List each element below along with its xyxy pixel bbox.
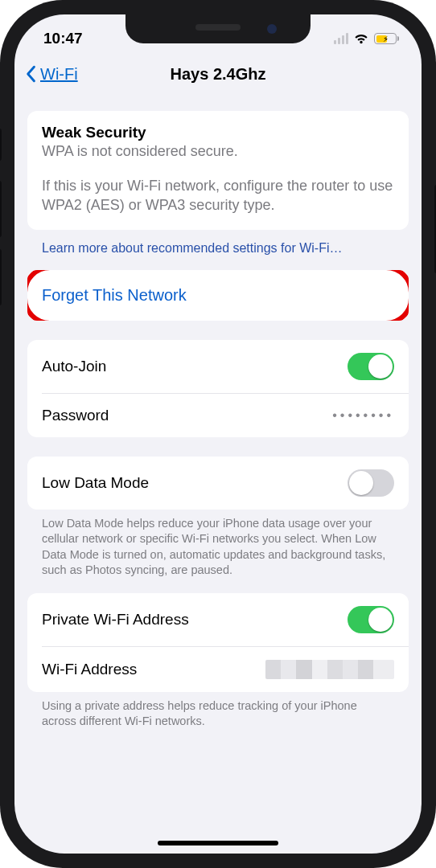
private-wifi-row: Private Wi-Fi Address [27,593,409,646]
status-icons: ⚡︎ [334,33,399,44]
cellular-signal-icon [334,33,348,44]
chevron-left-icon [24,65,37,83]
nav-bar: Wi-Fi Hays 2.4Ghz [14,55,422,93]
low-data-label: Low Data Mode [42,474,149,492]
wifi-address-value-redacted [265,660,394,679]
password-row[interactable]: Password •••••••• [27,394,409,437]
content: Weak Security WPA is not considered secu… [14,93,422,854]
weak-security-body: If this is your Wi-Fi network, configure… [42,176,394,215]
home-indicator[interactable] [158,841,278,845]
auto-join-row: Auto-Join [27,340,409,393]
status-time: 10:47 [37,30,83,47]
back-label: Wi-Fi [40,65,78,84]
password-label: Password [42,407,109,424]
private-wifi-label: Private Wi-Fi Address [42,611,189,628]
weak-security-heading: Weak Security [42,124,394,141]
wifi-icon [353,33,369,44]
forget-network-button[interactable]: Forget This Network [27,270,409,321]
wifi-address-label: Wi-Fi Address [42,661,137,678]
auto-join-toggle[interactable] [348,353,394,380]
screen: 10:47 ⚡︎ [14,14,422,854]
learn-more-link[interactable]: Learn more about recommended settings fo… [42,241,405,256]
low-data-row: Low Data Mode [27,457,409,510]
forget-network-card: Forget This Network [27,270,409,321]
auto-join-label: Auto-Join [42,358,106,375]
private-wifi-toggle[interactable] [348,606,394,633]
page-title: Hays 2.4Ghz [171,65,266,84]
low-data-footer: Low Data Mode helps reduce your iPhone d… [27,510,409,593]
low-data-card: Low Data Mode [27,457,409,510]
back-button[interactable]: Wi-Fi [24,65,78,84]
private-wifi-footer: Using a private address helps reduce tra… [27,692,409,744]
address-card: Private Wi-Fi Address Wi-Fi Address [27,593,409,692]
password-value: •••••••• [332,408,394,423]
weak-security-subtitle: WPA is not considered secure. [42,143,394,160]
notch [125,14,311,43]
weak-security-card: Weak Security WPA is not considered secu… [27,111,409,230]
wifi-address-row: Wi-Fi Address [27,647,409,692]
battery-icon: ⚡︎ [374,33,399,44]
connection-settings-card: Auto-Join Password •••••••• [27,340,409,437]
low-data-toggle[interactable] [348,469,394,497]
phone-frame: 10:47 ⚡︎ [0,0,436,868]
